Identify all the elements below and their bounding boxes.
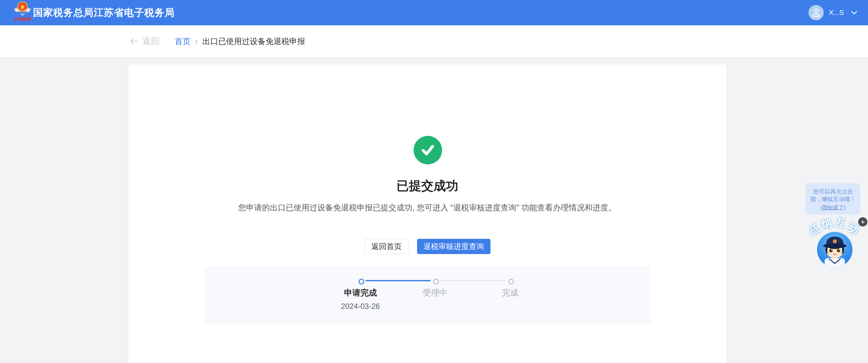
back-button[interactable]: 返回 bbox=[130, 35, 159, 47]
mascot-character bbox=[823, 236, 846, 268]
step-dot-finish bbox=[508, 279, 514, 284]
progress-stepper: 申请完成 受理中 完成 2024-03-26 bbox=[205, 267, 651, 324]
user-avatar[interactable] bbox=[808, 5, 824, 20]
breadcrumb-bar: 返回 首页 › 出口已使用过设备免退税申报 bbox=[0, 25, 868, 57]
arrow-left-icon bbox=[130, 38, 138, 45]
tax-bureau-logo: 中国税务 bbox=[11, 1, 34, 22]
logo-caption: 中国税务 bbox=[13, 17, 31, 22]
step-dot-processing bbox=[433, 279, 439, 284]
breadcrumb-home-link[interactable]: 首页 bbox=[175, 36, 190, 47]
step-label-applied: 申请完成 bbox=[326, 287, 395, 298]
breadcrumb-separator: › bbox=[195, 36, 198, 46]
breadcrumb-current: 出口已使用过设备免退税申报 bbox=[202, 36, 305, 47]
result-description: 您申请的出口已使用过设备免退税申报已提交成功, 您可进入 “退税审核进度查询” … bbox=[237, 201, 617, 214]
back-label: 返回 bbox=[143, 35, 159, 47]
bubble-dismiss-link[interactable]: (我知道了) bbox=[820, 204, 845, 211]
action-buttons: 返回首页 退税审核进度查询 bbox=[128, 239, 726, 254]
chevron-down-icon[interactable] bbox=[851, 11, 857, 15]
page: 中国税务 国家税务总局江苏省电子税务局 X...S 返回 bbox=[0, 0, 868, 363]
step-label-finish: 完成 bbox=[475, 287, 545, 298]
bubble-text-line1: 您可以再次点击 bbox=[808, 188, 858, 195]
person-icon bbox=[812, 8, 820, 18]
tax-emblem-icon bbox=[13, 1, 32, 17]
app-header: 中国税务 国家税务总局江苏省电子税务局 X...S bbox=[0, 0, 868, 25]
step-date-applied: 2024-03-26 bbox=[326, 302, 395, 311]
site-title: 国家税务总局江苏省电子税务局 bbox=[33, 0, 175, 25]
step-label-processing: 受理中 bbox=[400, 287, 470, 298]
bubble-text-line2: 我，继续互动哦！ bbox=[808, 195, 858, 203]
step-line-active bbox=[366, 280, 431, 281]
check-circle-icon bbox=[413, 136, 442, 164]
result-card: 已提交成功 您申请的出口已使用过设备免退税申报已提交成功, 您可进入 “退税审核… bbox=[128, 65, 726, 363]
back-home-button[interactable]: 返回首页 bbox=[365, 239, 409, 254]
user-menu[interactable]: X...S bbox=[808, 0, 857, 25]
step-line-wait bbox=[440, 280, 506, 281]
result-title: 已提交成功 bbox=[128, 177, 726, 194]
tax-officer-mascot[interactable]: 征纳互动 bbox=[809, 217, 867, 269]
user-name: X...S bbox=[829, 8, 844, 17]
refund-progress-button[interactable]: 退税审核进度查询 bbox=[417, 239, 491, 254]
step-dot-done bbox=[359, 279, 364, 284]
assistant-bubble: 您可以再次点击 我，继续互动哦！ (我知道了) bbox=[806, 184, 860, 215]
